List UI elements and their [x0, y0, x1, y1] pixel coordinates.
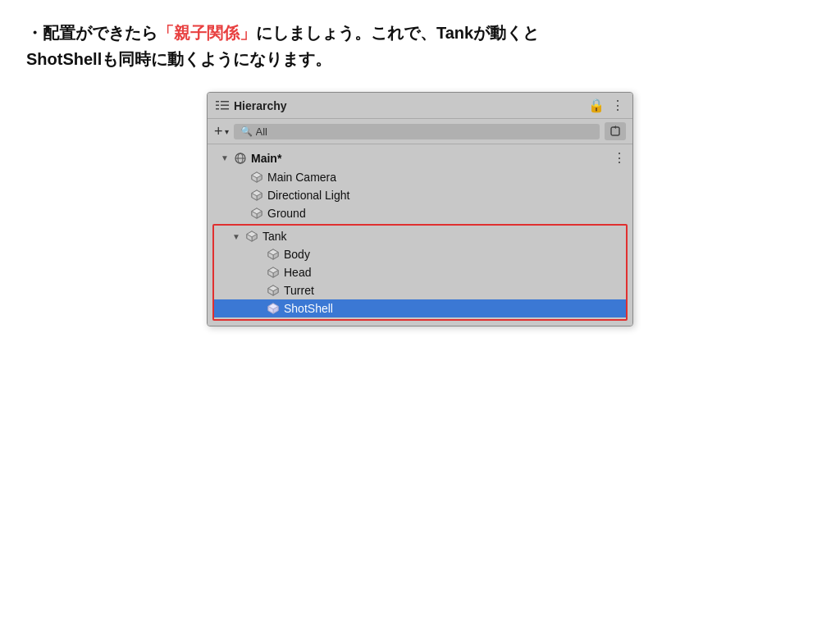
tank-item[interactable]: ▼ Tank — [214, 227, 626, 245]
cube-icon-body — [267, 248, 280, 261]
red-box-group: ▼ Tank — [212, 224, 628, 321]
screenshot-container: Hierarchy 🔒 ⋮ + ▾ 🔍 — [26, 92, 814, 326]
hierarchy-header-left: Hierarchy — [216, 99, 287, 112]
head-label: Head — [284, 266, 311, 279]
search-box: 🔍 — [234, 124, 600, 139]
intro-section: ・配置ができたら「親子関係」にしましょう。これで、Tankが動くと ShotSh… — [26, 20, 814, 92]
ground-label: Ground — [267, 207, 306, 220]
scene-menu-icon[interactable]: ⋮ — [613, 150, 626, 166]
svg-rect-4 — [216, 108, 219, 110]
cube-icon-shotshell — [267, 302, 280, 315]
arrow-icon: ▼ — [221, 153, 232, 162]
cube-icon-directional-light — [250, 189, 263, 202]
turret-item[interactable]: Turret — [214, 281, 626, 299]
scene-label: Main* — [251, 152, 281, 165]
hierarchy-header: Hierarchy 🔒 ⋮ — [208, 93, 632, 119]
directional-light-item[interactable]: Directional Light — [208, 186, 632, 204]
search-icon: 🔍 — [240, 126, 253, 137]
intro-text: ・配置ができたら「親子関係」にしましょう。これで、Tankが動くと ShotSh… — [26, 20, 814, 72]
refresh-button[interactable] — [605, 122, 626, 140]
cube-icon-tank — [245, 230, 258, 243]
svg-rect-0 — [216, 101, 219, 103]
list-icon — [216, 100, 229, 112]
directional-light-label: Directional Light — [267, 189, 349, 202]
red-box-inner: ▼ Tank — [214, 226, 626, 319]
svg-rect-3 — [221, 104, 229, 106]
add-dropdown-icon: ▾ — [225, 127, 229, 136]
lock-icon[interactable]: 🔒 — [588, 98, 605, 113]
svg-rect-5 — [221, 108, 229, 110]
shotshell-item[interactable]: ShotShell — [214, 299, 626, 317]
head-item[interactable]: Head — [214, 263, 626, 281]
intro-highlight: 「親子関係」 — [158, 24, 256, 42]
refresh-icon — [609, 126, 621, 137]
svg-rect-2 — [216, 104, 219, 106]
toolbar: + ▾ 🔍 — [208, 119, 632, 144]
main-camera-item[interactable]: Main Camera — [208, 168, 632, 186]
tank-arrow: ▼ — [232, 232, 244, 241]
turret-label: Turret — [284, 284, 314, 297]
main-camera-label: Main Camera — [267, 171, 336, 184]
intro-line2: ShotShellも同時に動くようになります。 — [26, 50, 331, 68]
intro-prefix: ・配置ができたら — [26, 24, 158, 42]
ground-item[interactable]: Ground — [208, 204, 632, 222]
tank-label: Tank — [262, 230, 287, 243]
scene-root[interactable]: ▼ Main* ⋮ — [208, 148, 632, 168]
intro-suffix: にしましょう。これで、Tankが動くと — [256, 24, 539, 42]
cube-icon-ground — [250, 207, 263, 220]
svg-rect-1 — [221, 101, 229, 103]
cube-icon-turret — [267, 284, 280, 297]
shotshell-label: ShotShell — [284, 302, 333, 315]
globe-icon — [234, 152, 247, 165]
header-actions: 🔒 ⋮ — [588, 98, 624, 113]
add-button[interactable]: + ▾ — [214, 123, 229, 140]
hierarchy-body: ▼ Main* ⋮ Main — [208, 144, 632, 326]
svg-rect-6 — [611, 127, 619, 135]
hierarchy-title: Hierarchy — [234, 99, 287, 112]
body-item[interactable]: Body — [214, 245, 626, 263]
more-options-icon[interactable]: ⋮ — [611, 98, 624, 113]
body-label: Body — [284, 248, 310, 261]
search-input[interactable] — [256, 126, 593, 138]
cube-icon-head — [267, 266, 280, 279]
cube-icon-main-camera — [250, 171, 263, 184]
hierarchy-window: Hierarchy 🔒 ⋮ + ▾ 🔍 — [207, 92, 633, 326]
